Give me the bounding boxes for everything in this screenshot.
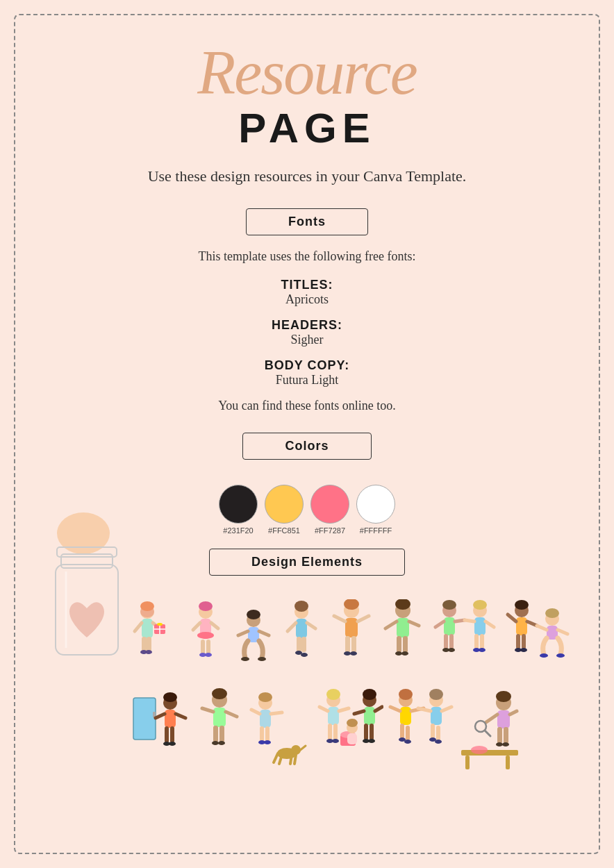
child-figure-pair-1 — [430, 599, 499, 676]
svg-rect-151 — [370, 724, 374, 740]
font-item-titles: TITLES: Apricots — [281, 278, 333, 307]
svg-line-61 — [385, 621, 397, 628]
svg-rect-40 — [301, 637, 306, 652]
svg-line-185 — [486, 715, 497, 722]
svg-point-33 — [258, 657, 266, 661]
svg-rect-182 — [504, 727, 508, 744]
svg-line-62 — [409, 621, 419, 626]
fonts-footer-text: You can find these fonts online too. — [218, 399, 396, 413]
color-hex-4: #FFFFFF — [360, 526, 392, 535]
child-figure-2 — [183, 599, 229, 676]
svg-rect-9 — [142, 637, 147, 652]
svg-point-50 — [344, 651, 351, 656]
svg-rect-175 — [465, 756, 470, 769]
svg-rect-110 — [213, 708, 226, 727]
svg-rect-24 — [206, 640, 210, 655]
svg-rect-146 — [347, 733, 357, 744]
color-hex-1: #231F20 — [223, 526, 253, 535]
title-page-wrap: PAGE — [238, 104, 376, 165]
svg-point-20 — [199, 601, 213, 611]
svg-line-95 — [537, 626, 547, 630]
svg-rect-103 — [170, 726, 174, 743]
svg-line-154 — [354, 711, 364, 714]
svg-point-162 — [404, 740, 411, 744]
svg-rect-67 — [449, 634, 454, 649]
svg-point-114 — [218, 741, 225, 745]
child-wrestle-pair — [386, 687, 456, 774]
color-swatch-1: #231F20 — [219, 485, 258, 535]
svg-line-27 — [193, 623, 200, 630]
svg-rect-102 — [165, 726, 169, 743]
svg-point-105 — [169, 742, 176, 746]
svg-line-80 — [486, 621, 494, 627]
svg-line-44 — [307, 623, 315, 628]
svg-point-69 — [448, 648, 455, 652]
svg-line-116 — [226, 712, 237, 717]
svg-line-187 — [485, 731, 490, 736]
color-hex-2: #FFC851 — [268, 526, 300, 535]
svg-rect-84 — [516, 634, 520, 649]
svg-line-43 — [288, 623, 296, 631]
svg-rect-57 — [397, 636, 401, 653]
svg-line-79 — [465, 620, 474, 621]
svg-rect-150 — [364, 724, 368, 740]
svg-point-94 — [556, 653, 565, 658]
svg-point-59 — [395, 651, 402, 656]
svg-line-131 — [294, 755, 296, 764]
svg-rect-112 — [219, 726, 224, 742]
svg-line-88 — [508, 615, 516, 621]
content-area: Resource PAGE Use these design resources… — [42, 28, 572, 774]
svg-rect-136 — [328, 724, 332, 740]
svg-point-148 — [363, 689, 376, 700]
svg-point-179 — [496, 691, 511, 702]
svg-point-12 — [145, 650, 152, 654]
child-figure-6 — [379, 599, 427, 676]
font-item-bodycopy: BODY COPY: Futura Light — [265, 358, 349, 387]
svg-point-183 — [496, 742, 503, 746]
svg-rect-174 — [461, 750, 518, 756]
fonts-description: This template uses the following free fo… — [199, 249, 416, 264]
svg-rect-10 — [147, 637, 151, 652]
svg-point-18 — [157, 623, 163, 626]
illustration-row-2 — [42, 684, 572, 774]
svg-rect-75 — [474, 634, 479, 649]
child-door-figure — [132, 687, 191, 774]
svg-line-13 — [135, 623, 142, 631]
child-running-figure — [194, 687, 246, 774]
svg-line-141 — [339, 708, 349, 711]
svg-line-106 — [156, 714, 165, 718]
color-swatch-4: #FFFFFF — [356, 485, 395, 535]
child-figure-4 — [279, 599, 324, 676]
svg-line-173 — [442, 707, 451, 711]
svg-rect-8 — [142, 619, 153, 638]
font-category-body: BODY COPY: — [265, 358, 349, 373]
jar-placeholder — [42, 684, 132, 774]
svg-rect-180 — [497, 710, 510, 728]
children-row-2 — [132, 684, 572, 774]
svg-point-73 — [473, 600, 487, 610]
illustrations-area — [42, 592, 572, 774]
svg-rect-23 — [201, 640, 205, 655]
design-elements-label: Design Elements — [251, 555, 363, 569]
child-figure-pair-2 — [502, 599, 572, 676]
svg-line-164 — [390, 707, 400, 711]
svg-point-82 — [515, 600, 529, 610]
svg-line-52 — [334, 616, 345, 621]
svg-point-42 — [301, 653, 308, 657]
font-item-headers: HEADERS: Sigher — [272, 318, 342, 347]
svg-rect-66 — [444, 634, 448, 649]
child-two-figure-1 — [314, 687, 383, 774]
font-category-headers: HEADERS: — [272, 318, 342, 333]
svg-point-184 — [502, 742, 509, 746]
svg-point-118 — [258, 692, 272, 702]
color-swatch-3: #FF7287 — [310, 485, 349, 535]
svg-line-128 — [274, 753, 278, 762]
svg-point-30 — [247, 610, 260, 619]
color-circle-1 — [219, 485, 258, 524]
svg-rect-97 — [133, 698, 156, 740]
svg-rect-65 — [444, 617, 455, 635]
title-page: PAGE — [238, 104, 376, 152]
colors-section: Colors #231F20 #FFC851 #FF7287 — [219, 433, 395, 535]
svg-line-53 — [358, 616, 369, 621]
svg-rect-121 — [265, 726, 269, 742]
